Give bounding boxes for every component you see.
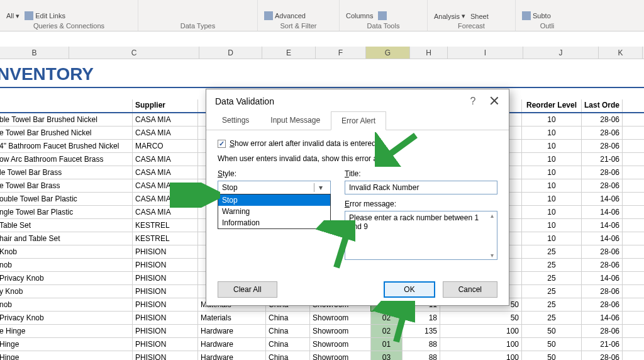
page-title: NVENTORY: [0, 59, 644, 88]
col-header-j[interactable]: J: [523, 47, 599, 59]
table-row[interactable]: HingePHISIONHardwareChinaShowroom0188100…: [0, 338, 644, 351]
ribbon-subtotal[interactable]: Subto: [522, 11, 551, 20]
table-row[interactable]: HingePHISIONHardwareChinaShowroom0388100…: [0, 351, 644, 360]
header-last-order[interactable]: Last Orde: [582, 99, 623, 112]
ribbon-edit-links[interactable]: Edit Links: [25, 11, 65, 20]
data-validation-dialog: Data Validation ? Settings Input Message…: [206, 89, 509, 306]
style-label: Style:: [218, 169, 331, 178]
ribbon: All ▾ Edit Links Queries & Connections D…: [0, 0, 644, 31]
style-option-information[interactable]: Information: [218, 217, 330, 228]
error-message-textarea[interactable]: [345, 211, 497, 260]
dialog-title: Data Validation: [215, 96, 274, 106]
col-header-i[interactable]: I: [448, 47, 523, 59]
show-alert-checkbox[interactable]: ✓: [218, 140, 226, 148]
style-option-stop[interactable]: Stop: [218, 194, 330, 206]
title-field-label: Title:: [345, 169, 497, 178]
dialog-tabs: Settings Input Message Error Alert: [206, 111, 509, 130]
ribbon-analysis[interactable]: Analysis ▾: [434, 12, 465, 20]
col-header-e[interactable]: E: [262, 47, 316, 59]
ok-button[interactable]: OK: [384, 281, 435, 298]
ribbon-group-label: Forecast: [434, 22, 509, 30]
tab-settings[interactable]: Settings: [211, 111, 260, 130]
tab-error-alert[interactable]: Error Alert: [331, 111, 386, 130]
table-row[interactable]: Privacy KnobPHISIONMaterialsChinaShowroo…: [0, 312, 644, 325]
ribbon-columns[interactable]: Columns: [346, 12, 373, 20]
ribbon-group-label: Data Types: [145, 22, 251, 30]
dialog-close-button[interactable]: [489, 96, 500, 107]
header-reorder[interactable]: Reorder Level: [522, 99, 582, 112]
ribbon-advanced[interactable]: Advanced: [264, 11, 306, 20]
ribbon-sheet[interactable]: Sheet: [470, 13, 489, 20]
ribbon-all-dropdown[interactable]: All ▾: [6, 12, 19, 20]
prompt-text: When user enters invalid data, show this…: [218, 154, 497, 163]
tab-input-message[interactable]: Input Message: [260, 111, 331, 130]
style-dropdown: Stop Warning Information: [218, 194, 331, 229]
clear-all-button[interactable]: Clear All: [218, 281, 277, 298]
filter-icon: [264, 11, 273, 20]
style-option-warning[interactable]: Warning: [218, 206, 330, 217]
col-header-h[interactable]: H: [410, 47, 448, 59]
ribbon-group-label: Outli: [522, 22, 572, 30]
link-icon: [25, 11, 33, 20]
ribbon-group-label: Data Tools: [346, 22, 421, 30]
col-header-f[interactable]: F: [316, 47, 366, 59]
show-alert-label: Show error alert after invalid data is e…: [230, 139, 376, 148]
table-row[interactable]: e HingePHISIONHardwareChinaShowroom02135…: [0, 325, 644, 338]
chevron-down-icon: ▾: [314, 183, 326, 192]
col-header-c[interactable]: C: [69, 47, 199, 59]
col-header-g[interactable]: G: [366, 47, 410, 59]
scroll-down-icon[interactable]: ▾: [487, 252, 496, 261]
col-header-k[interactable]: K: [599, 47, 643, 59]
tools-icon: [378, 11, 387, 20]
header-supplier[interactable]: Supplier: [133, 99, 198, 112]
ribbon-group-label: Queries & Connections: [6, 22, 131, 30]
col-header-d[interactable]: D: [199, 47, 262, 59]
scroll-up-icon[interactable]: ▴: [487, 212, 496, 221]
dialog-help-button[interactable]: ?: [467, 96, 479, 107]
ribbon-group-label: Sort & Filter: [264, 22, 333, 30]
subtotal-icon: [522, 11, 531, 20]
col-header-b[interactable]: B: [0, 47, 69, 59]
cancel-button[interactable]: Cancel: [443, 281, 497, 298]
error-message-label: Error message:: [345, 200, 497, 208]
column-headers[interactable]: B C D E F G H I J K: [0, 47, 644, 59]
style-select[interactable]: Stop ▾ Stop Warning Information: [218, 181, 331, 194]
title-input[interactable]: [345, 181, 497, 194]
